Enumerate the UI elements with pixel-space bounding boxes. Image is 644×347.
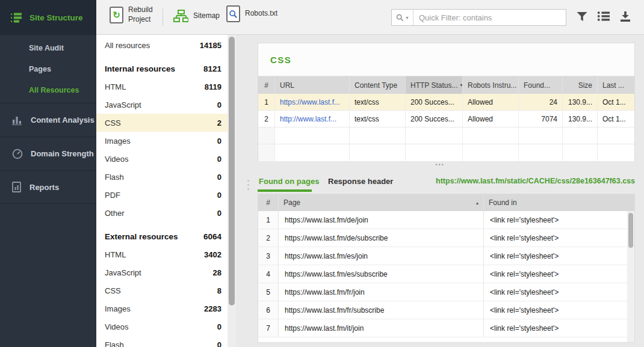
site-structure-icon (11, 13, 23, 23)
column-header-url[interactable]: URL (275, 76, 350, 94)
report-icon (12, 182, 22, 192)
resource-section-external[interactable]: External resources6064 (96, 227, 228, 245)
sidebar-item-content-analysis[interactable]: Content Analysis (0, 103, 96, 137)
column-header-num[interactable]: # (258, 76, 275, 94)
resources-scrollbar-thumb[interactable] (229, 37, 235, 306)
results-title-bar: CSS (258, 43, 634, 76)
column-header-num[interactable]: # (258, 194, 279, 211)
resource-item-external-html[interactable]: HTML3402 (96, 245, 228, 263)
page-link[interactable]: https://www.last.fm/it/join (279, 319, 484, 337)
sidebar-item-site-structure[interactable]: Site Structure (0, 0, 96, 35)
filter-funnel-icon[interactable] (576, 11, 588, 22)
column-header-http-status[interactable]: HTTP Status... ▾ (406, 76, 463, 94)
export-download-icon[interactable] (619, 11, 631, 22)
resource-item-external-videos[interactable]: Videos0 (96, 318, 228, 336)
robots-txt-button[interactable]: Robots.txt (226, 5, 277, 22)
column-header-found-in[interactable]: Found in (484, 194, 634, 211)
table-row[interactable]: 1 https://www.last.fm/de/join <link rel=… (258, 211, 627, 229)
detail-panel: CSS # URL Content Type HTTP Status... ▾ … (236, 35, 644, 347)
table-row[interactable]: 4 https://www.last.fm/es/subscribe <link… (258, 265, 627, 283)
rebuild-project-label: Rebuild Project (128, 5, 159, 24)
vertical-splitter-handle[interactable] (247, 180, 250, 192)
resource-item-external-javascript[interactable]: JavaScript28 (96, 263, 228, 281)
resource-section-internal[interactable]: Internal resources8121 (96, 60, 228, 78)
page-link[interactable]: https://www.last.fm/fr/join (279, 283, 484, 301)
resource-item-internal-css[interactable]: CSS2 (96, 114, 228, 132)
resource-item-external-images[interactable]: Images2283 (96, 299, 228, 318)
resource-item-internal-html[interactable]: HTML8119 (96, 78, 228, 96)
search-mode-dropdown[interactable]: ▾ (392, 10, 413, 25)
resource-item-internal-videos[interactable]: Videos0 (96, 150, 228, 168)
column-header-size[interactable]: Size (563, 76, 598, 94)
resource-item-internal-images[interactable]: Images0 (96, 132, 228, 150)
detail-tabs-bar: Found on pages Response header https://w… (258, 171, 635, 194)
sidebar-item-pages[interactable]: Pages (0, 58, 96, 79)
column-header-page[interactable]: Page ▴ (279, 194, 484, 211)
quick-filter-input[interactable] (413, 10, 566, 25)
chevron-down-icon: ▾ (406, 15, 408, 20)
resource-item-internal-javascript[interactable]: JavaScript0 (96, 96, 228, 114)
table-row[interactable]: 5 https://www.last.fm/fr/join <link rel=… (258, 283, 627, 301)
column-header-robots[interactable]: Robots Instru... (463, 76, 519, 94)
resource-item-internal-pdf[interactable]: PDF0 (96, 186, 228, 204)
active-tab-underline (258, 189, 312, 192)
robots-txt-label: Robots.txt (245, 9, 277, 19)
toolbar-separator (163, 8, 163, 26)
resource-item-external-flash[interactable]: Flash0 (96, 336, 228, 347)
detail-table-scrollbar-thumb[interactable] (628, 213, 633, 248)
sidebar-item-all-resources[interactable]: All Resources (0, 79, 96, 100)
page-link[interactable]: https://www.last.fm/es/join (279, 247, 484, 265)
detail-table-header: # Page ▴ Found in (258, 194, 634, 211)
column-header-found[interactable]: Found... (519, 76, 563, 94)
empty-table-row (258, 127, 634, 144)
page-link[interactable]: https://www.last.fm/de/join (279, 211, 484, 229)
selected-resource-url: https://www.last.fm/static/CACHE/css/28e… (436, 171, 635, 191)
column-header-last[interactable]: Last ... (598, 76, 634, 94)
resource-item-all-resources[interactable]: All resources14185 (96, 36, 228, 54)
sitemap-label: Sitemap (193, 11, 220, 21)
top-toolbar: Site Structure ↻ Rebuild Project Sitemap… (0, 0, 644, 35)
view-details-icon[interactable] (598, 11, 610, 21)
url-link[interactable]: https://www.last.f... (275, 94, 350, 110)
sort-asc-icon: ▴ (476, 200, 478, 206)
sitemap-button[interactable]: Sitemap (173, 10, 220, 23)
resource-item-external-css[interactable]: CSS8 (96, 281, 228, 299)
main-sidebar: Site Audit Pages All Resources Content A… (0, 35, 96, 347)
bar-chart-icon (12, 115, 23, 125)
rebuild-project-button[interactable]: ↻ Rebuild Project (110, 5, 159, 24)
empty-table-row (258, 144, 634, 161)
resource-item-internal-other[interactable]: Other0 (96, 204, 228, 222)
page-link[interactable]: https://www.last.fm/fr/subscribe (279, 301, 484, 319)
sidebar-item-reports[interactable]: Reports (0, 170, 96, 204)
table-row[interactable]: 3 https://www.last.fm/es/join <link rel=… (258, 247, 627, 265)
table-row[interactable]: 2 http://www.last.f... text/css 200 Succ… (258, 111, 634, 127)
detail-table-scrollbar[interactable] (627, 211, 634, 342)
resources-filter-panel: All resources14185 Internal resources812… (96, 35, 236, 347)
results-table-card: CSS # URL Content Type HTTP Status... ▾ … (258, 43, 635, 161)
resources-scrollbar[interactable] (228, 35, 236, 347)
search-icon (396, 14, 404, 22)
horizontal-splitter-handle[interactable]: ••• (236, 160, 644, 171)
page-link[interactable]: https://www.last.fm/es/subscribe (279, 265, 484, 283)
found-on-pages-table-card: # Page ▴ Found in 1 https://www.last.fm/… (258, 194, 635, 343)
document-refresh-icon: ↻ (110, 7, 123, 23)
resource-item-internal-flash[interactable]: Flash0 (96, 168, 228, 186)
sidebar-item-domain-strength[interactable]: Domain Strength (0, 137, 96, 170)
sidebar-item-site-audit[interactable]: Site Audit (0, 37, 96, 58)
tab-response-header[interactable]: Response header (328, 171, 393, 191)
table-row[interactable]: 1 https://www.last.f... text/css 200 Suc… (258, 94, 634, 111)
section-title: Site Structure (29, 13, 83, 22)
page-link[interactable]: https://www.last.fm/de/subscribe (279, 229, 484, 247)
quick-filter-box: ▾ (391, 9, 566, 26)
results-table-header: # URL Content Type HTTP Status... ▾ Robo… (258, 76, 634, 94)
table-row[interactable]: 6 https://www.last.fm/fr/subscribe <link… (258, 301, 627, 319)
column-header-content-type[interactable]: Content Type (350, 76, 406, 94)
results-title: CSS (270, 55, 291, 65)
sort-desc-icon: ▾ (460, 82, 462, 88)
table-row[interactable]: 7 https://www.last.fm/it/join <link rel=… (258, 319, 627, 337)
url-link[interactable]: http://www.last.f... (275, 111, 350, 127)
tab-found-on-pages[interactable]: Found on pages (259, 171, 319, 191)
table-row[interactable]: 2 https://www.last.fm/de/subscribe <link… (258, 229, 627, 247)
gauge-icon (12, 149, 23, 159)
sitemap-icon (173, 10, 188, 23)
